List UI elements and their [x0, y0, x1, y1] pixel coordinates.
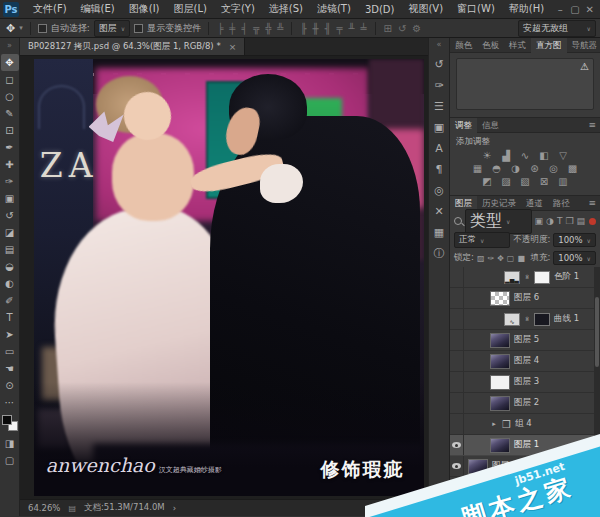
tab-adjustments[interactable]: 调整: [450, 118, 477, 133]
menu-3d[interactable]: 3D(D): [359, 2, 401, 17]
tab-styles[interactable]: 样式: [504, 38, 531, 53]
align-left-icon[interactable]: ╞: [216, 23, 224, 34]
arrange-icon[interactable]: ⊞: [383, 23, 393, 34]
maximize-button[interactable]: ▢: [568, 4, 581, 15]
visibility-toggle[interactable]: [450, 309, 464, 329]
new-group-icon[interactable]: ⊞: [515, 503, 522, 512]
channel-mixer-adjustment-icon[interactable]: ◎: [548, 163, 560, 174]
visibility-toggle[interactable]: [450, 267, 464, 287]
dock-collapse-icon[interactable]: «: [437, 40, 442, 54]
menu-type[interactable]: 文字(Y): [215, 0, 261, 18]
clone-stamp-tool[interactable]: ▣: [1, 190, 19, 207]
levels-adjustment-icon[interactable]: ▟: [500, 150, 512, 161]
toolbar-collapse-icon[interactable]: »: [7, 38, 12, 54]
visibility-toggle[interactable]: [450, 393, 464, 413]
distribute-middle-icon[interactable]: ╫: [311, 23, 319, 34]
add-mask-icon[interactable]: ◧: [486, 503, 494, 512]
marquee-tool[interactable]: ◻: [1, 71, 19, 88]
menu-window[interactable]: 窗口(W): [451, 0, 501, 18]
gradient-map-adjustment-icon[interactable]: ⊠: [538, 176, 550, 187]
visibility-toggle[interactable]: [450, 477, 464, 497]
paragraph-panel-icon[interactable]: ¶: [429, 159, 449, 180]
zoom-tool[interactable]: ⊙: [1, 377, 19, 394]
layer-row-3[interactable]: 图层 3: [450, 372, 600, 393]
layer-thumbnail[interactable]: [490, 354, 510, 369]
layer-row-5[interactable]: 图层 5: [450, 330, 600, 351]
filter-adjustment-icon[interactable]: ◑: [546, 216, 554, 226]
lock-all-icon[interactable]: ■: [517, 254, 525, 263]
layer-thumbnail[interactable]: [468, 480, 488, 495]
distribute-center-icon[interactable]: ╨: [348, 23, 356, 34]
tool-presets-panel-icon[interactable]: ☰: [429, 96, 449, 117]
menu-edit[interactable]: 编辑(E): [75, 0, 121, 18]
minimize-button[interactable]: –: [554, 4, 566, 15]
settings-icon[interactable]: ⚙: [411, 23, 422, 34]
rotate-view-icon[interactable]: ↺: [397, 23, 407, 34]
layer-row-6[interactable]: 图层 6: [450, 288, 600, 309]
filter-smart-icon[interactable]: ▤: [576, 216, 585, 226]
quick-mask-button[interactable]: ◨: [1, 435, 19, 452]
clone-source-panel-icon[interactable]: ▣: [429, 117, 449, 138]
zoom-level-field[interactable]: 64.26%: [28, 503, 60, 513]
fill-field[interactable]: 100% ∨: [553, 251, 596, 265]
workspace-dropdown[interactable]: 安超无敌组 ∨: [518, 20, 596, 37]
lock-artboard-icon[interactable]: ▢: [507, 254, 515, 263]
tab-swatches[interactable]: 色板: [477, 38, 504, 53]
brush-tool[interactable]: ✑: [1, 173, 19, 190]
lock-transparency-icon[interactable]: ▨: [477, 254, 485, 263]
screen-mode-button[interactable]: ▢: [1, 452, 19, 469]
tool-preset-caret-icon[interactable]: ▾: [19, 24, 23, 32]
layer-thumbnail[interactable]: [490, 438, 510, 453]
crop-tool[interactable]: ⊡: [1, 122, 19, 139]
filter-toggle-icon[interactable]: [589, 218, 596, 225]
shape-tool[interactable]: ▭: [1, 343, 19, 360]
group-expand-icon[interactable]: ▸: [490, 420, 498, 428]
auto-select-dropdown[interactable]: 图层 ∨: [94, 20, 130, 37]
link-layers-icon[interactable]: ∞: [458, 503, 465, 512]
visibility-toggle[interactable]: [450, 456, 464, 476]
filter-type-dropdown[interactable]: 类型 ∨: [465, 209, 532, 234]
scrollbar[interactable]: [594, 267, 600, 498]
eraser-tool[interactable]: ◪: [1, 224, 19, 241]
tab-color[interactable]: 颜色: [450, 38, 477, 53]
visibility-toggle[interactable]: [450, 351, 464, 371]
layer-row-levels1[interactable]: ▂▅▃ ∞ 色阶 1: [450, 267, 600, 288]
filter-pixel-icon[interactable]: ▣: [535, 216, 544, 226]
lock-pixels-icon[interactable]: ✑: [487, 254, 494, 263]
align-center-icon[interactable]: ╪: [228, 23, 236, 34]
invert-adjustment-icon[interactable]: ◩: [481, 176, 493, 187]
align-panel-icon[interactable]: ▦: [429, 222, 449, 243]
menu-layer[interactable]: 图层(L): [168, 0, 213, 18]
brightness-adjustment-icon[interactable]: ☀: [481, 150, 493, 161]
layer-row-0[interactable]: 图层 0: [450, 456, 600, 477]
black-white-adjustment-icon[interactable]: ◑: [510, 163, 522, 174]
distribute-right-icon[interactable]: ╧: [360, 23, 368, 34]
spot-healing-tool[interactable]: ✚: [1, 156, 19, 173]
layer-thumbnail[interactable]: [490, 333, 510, 348]
hue-adjustment-icon[interactable]: ▦: [472, 163, 484, 174]
new-adjustment-icon[interactable]: ❒: [501, 503, 508, 512]
menu-select[interactable]: 选择(S): [263, 0, 309, 18]
menu-filter[interactable]: 滤镜(T): [311, 0, 357, 18]
auto-select-checkbox[interactable]: [38, 24, 47, 33]
hand-tool[interactable]: ☚: [1, 360, 19, 377]
menu-file[interactable]: 文件(F): [27, 0, 73, 18]
align-right-icon[interactable]: ╡: [240, 23, 248, 34]
lasso-tool[interactable]: ○: [1, 88, 19, 105]
layer-row-4[interactable]: 图层 4: [450, 351, 600, 372]
gradient-tool[interactable]: ▤: [1, 241, 19, 258]
layer-row-background[interactable]: 背景: [450, 477, 600, 498]
filter-shape-icon[interactable]: ❒: [565, 216, 573, 226]
tab-info[interactable]: 信息: [477, 118, 504, 133]
layer-thumbnail[interactable]: [490, 396, 510, 411]
show-transform-checkbox[interactable]: [134, 24, 143, 33]
color-lookup-adjustment-icon[interactable]: ▩: [567, 163, 579, 174]
close-panel-icon[interactable]: ✕: [429, 201, 449, 222]
type-tool[interactable]: T: [1, 309, 19, 326]
eyedropper-tool[interactable]: ✒: [1, 139, 19, 156]
character-panel-icon[interactable]: A: [429, 138, 449, 159]
layer-thumbnail[interactable]: [490, 375, 510, 390]
curves-adjustment-icon[interactable]: ∿: [519, 150, 531, 161]
align-bottom-icon[interactable]: ╩: [276, 23, 284, 34]
vibrance-adjustment-icon[interactable]: ▽: [557, 150, 569, 161]
